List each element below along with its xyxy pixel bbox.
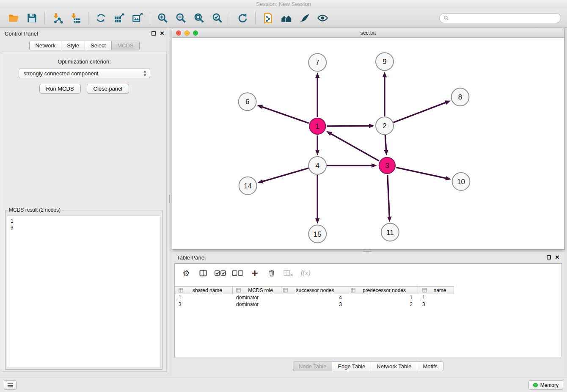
tab-select[interactable]: Select <box>85 41 112 50</box>
minimize-window-icon[interactable]: − <box>184 30 190 36</box>
column-header-successor-nodes[interactable]: successor nodes <box>281 286 349 294</box>
network-canvas[interactable]: 7968124314101511 <box>172 38 564 249</box>
search-box[interactable] <box>439 13 561 23</box>
column-grid-icon <box>422 288 427 293</box>
svg-text:9: 9 <box>383 58 386 66</box>
graph-node-2[interactable]: 2 <box>376 117 394 135</box>
close-window-icon[interactable]: × <box>176 30 181 36</box>
graph-edge[interactable] <box>393 102 446 123</box>
control-panel-tabs: Network Style Select MCDS <box>0 39 169 53</box>
show-hide-button[interactable] <box>315 11 330 26</box>
float-table-panel-icon[interactable] <box>547 255 551 259</box>
cell-predecessor-nodes[interactable]: 2 <box>349 301 418 308</box>
graph-node-15[interactable]: 15 <box>308 225 326 243</box>
graph-node-1[interactable]: 1 <box>309 118 325 134</box>
import-table-button[interactable] <box>68 11 83 26</box>
graph-edge[interactable] <box>330 133 379 161</box>
cell-mcds-role[interactable]: dominator <box>233 301 281 308</box>
tab-edge-table[interactable]: Edge Table <box>332 362 371 371</box>
zoom-selected-button[interactable] <box>209 11 225 26</box>
cell-mcds-role[interactable]: dominator <box>233 294 281 301</box>
select-all-button[interactable] <box>215 267 226 279</box>
graph-edge[interactable] <box>396 168 446 179</box>
graph-edge[interactable] <box>262 168 308 182</box>
svg-text:6: 6 <box>245 98 249 106</box>
column-header-mcds-role[interactable]: MCDS role <box>233 286 281 294</box>
close-panel-icon[interactable]: × <box>160 31 164 36</box>
clone-network-button[interactable] <box>260 11 275 26</box>
column-header-predecessor-nodes[interactable]: predecessor nodes <box>349 286 418 294</box>
tab-style[interactable]: Style <box>61 41 85 50</box>
graph-node-9[interactable]: 9 <box>376 52 394 70</box>
deselect-all-button[interactable] <box>232 267 243 279</box>
graph-node-8[interactable]: 8 <box>451 88 469 106</box>
tab-motifs[interactable]: Motifs <box>417 362 443 371</box>
maximize-window-icon[interactable]: + <box>193 30 198 36</box>
table-toolbar: ⚙ <box>175 264 561 282</box>
function-builder-button[interactable]: f(x) <box>300 267 311 279</box>
delete-table-button[interactable] <box>283 267 294 279</box>
cell-name[interactable]: 3 <box>418 301 454 308</box>
cell-successor-nodes[interactable]: 3 <box>281 301 349 308</box>
cell-name[interactable]: 1 <box>418 294 454 301</box>
run-mcds-button[interactable]: Run MCDS <box>39 84 81 94</box>
network-table-splitter[interactable] <box>363 250 372 252</box>
table-row[interactable]: 3 dominator 3 2 3 <box>175 301 561 308</box>
graph-node-14[interactable]: 14 <box>239 177 257 195</box>
style-brush-button[interactable] <box>297 11 312 26</box>
table-settings-button[interactable]: ⚙ <box>181 267 192 279</box>
graph-edge[interactable] <box>385 135 386 151</box>
export-network-button[interactable] <box>93 11 108 26</box>
graph-edge[interactable] <box>388 175 389 218</box>
graph-edge[interactable] <box>327 126 370 126</box>
control-panel-title: Control Panel <box>5 30 38 37</box>
cell-shared-name[interactable]: 1 <box>175 294 233 301</box>
list-icon <box>8 383 13 384</box>
graph-node-3[interactable]: 3 <box>379 157 395 174</box>
float-panel-icon[interactable] <box>151 31 156 36</box>
table-row[interactable]: 1 dominator 4 1 1 <box>175 294 561 301</box>
graph-node-6[interactable]: 6 <box>239 93 256 110</box>
export-image-button[interactable] <box>129 11 145 26</box>
control-panel-header: Control Panel × <box>0 28 169 39</box>
memory-button[interactable]: Memory <box>528 380 563 390</box>
graph-node-7[interactable]: 7 <box>308 53 326 71</box>
mcds-result-list[interactable]: 1 3 <box>7 215 161 368</box>
graph-node-11[interactable]: 11 <box>381 224 399 241</box>
svg-text:14: 14 <box>244 182 252 190</box>
cell-shared-name[interactable]: 3 <box>175 301 233 308</box>
close-panel-button[interactable]: Close panel <box>87 84 129 94</box>
tab-network-table[interactable]: Network Table <box>371 362 417 371</box>
graph-node-4[interactable]: 4 <box>308 157 326 174</box>
graph-edge[interactable] <box>261 107 309 123</box>
open-session-button[interactable] <box>6 11 21 26</box>
zoom-fit-button[interactable] <box>191 11 206 26</box>
column-header-shared-name[interactable]: shared name <box>175 286 233 294</box>
column-header-name[interactable]: name <box>418 286 454 294</box>
import-network-button[interactable] <box>50 11 65 26</box>
create-column-button[interactable]: + <box>249 267 260 279</box>
save-session-button[interactable] <box>24 11 39 26</box>
criterion-select[interactable]: strongly connected component <box>19 69 150 78</box>
zoom-in-button[interactable] <box>155 11 170 26</box>
close-table-panel-icon[interactable]: × <box>555 255 559 259</box>
home-button[interactable] <box>278 11 294 26</box>
tab-network[interactable]: Network <box>29 41 61 50</box>
tab-node-table[interactable]: Node Table <box>293 362 333 371</box>
tab-mcds[interactable]: MCDS <box>111 41 139 50</box>
plus-icon: + <box>251 268 258 279</box>
panel-splitter[interactable] <box>169 195 171 203</box>
zoom-out-button[interactable] <box>173 11 188 26</box>
search-input[interactable] <box>451 15 557 21</box>
refresh-layout-button[interactable] <box>235 11 250 26</box>
toolbar-separator <box>150 12 150 25</box>
network-graph[interactable]: 7968124314101511 <box>172 38 564 249</box>
graph-node-10[interactable]: 10 <box>452 173 470 190</box>
show-columns-button[interactable] <box>198 267 209 279</box>
window-titlebar: Session: New Session <box>0 0 567 8</box>
cell-predecessor-nodes[interactable]: 1 <box>349 294 418 301</box>
task-history-button[interactable] <box>4 380 17 390</box>
delete-column-button[interactable] <box>266 267 277 279</box>
export-table-button[interactable] <box>111 11 127 26</box>
cell-successor-nodes[interactable]: 4 <box>281 294 349 301</box>
